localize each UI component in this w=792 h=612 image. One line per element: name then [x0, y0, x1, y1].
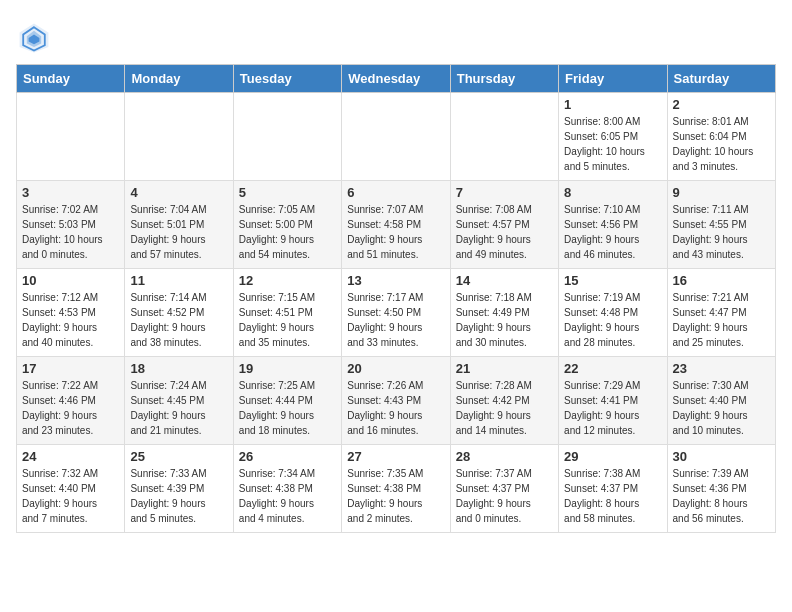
day-number: 24: [22, 449, 119, 464]
calendar-cell: 20Sunrise: 7:26 AM Sunset: 4:43 PM Dayli…: [342, 357, 450, 445]
day-number: 8: [564, 185, 661, 200]
calendar-cell: 14Sunrise: 7:18 AM Sunset: 4:49 PM Dayli…: [450, 269, 558, 357]
day-info: Sunrise: 7:38 AM Sunset: 4:37 PM Dayligh…: [564, 466, 661, 526]
calendar-week-3: 10Sunrise: 7:12 AM Sunset: 4:53 PM Dayli…: [17, 269, 776, 357]
calendar-cell: 10Sunrise: 7:12 AM Sunset: 4:53 PM Dayli…: [17, 269, 125, 357]
calendar-cell: 6Sunrise: 7:07 AM Sunset: 4:58 PM Daylig…: [342, 181, 450, 269]
calendar-week-4: 17Sunrise: 7:22 AM Sunset: 4:46 PM Dayli…: [17, 357, 776, 445]
calendar-cell: [17, 93, 125, 181]
calendar-cell: 7Sunrise: 7:08 AM Sunset: 4:57 PM Daylig…: [450, 181, 558, 269]
day-info: Sunrise: 7:17 AM Sunset: 4:50 PM Dayligh…: [347, 290, 444, 350]
calendar-cell: 16Sunrise: 7:21 AM Sunset: 4:47 PM Dayli…: [667, 269, 775, 357]
day-info: Sunrise: 7:37 AM Sunset: 4:37 PM Dayligh…: [456, 466, 553, 526]
weekday-header-wednesday: Wednesday: [342, 65, 450, 93]
day-number: 19: [239, 361, 336, 376]
calendar-cell: 2Sunrise: 8:01 AM Sunset: 6:04 PM Daylig…: [667, 93, 775, 181]
day-number: 30: [673, 449, 770, 464]
calendar-cell: [450, 93, 558, 181]
day-number: 14: [456, 273, 553, 288]
calendar-cell: [233, 93, 341, 181]
calendar-week-1: 1Sunrise: 8:00 AM Sunset: 6:05 PM Daylig…: [17, 93, 776, 181]
calendar-cell: 13Sunrise: 7:17 AM Sunset: 4:50 PM Dayli…: [342, 269, 450, 357]
calendar-cell: 26Sunrise: 7:34 AM Sunset: 4:38 PM Dayli…: [233, 445, 341, 533]
weekday-header-monday: Monday: [125, 65, 233, 93]
day-number: 22: [564, 361, 661, 376]
day-info: Sunrise: 7:26 AM Sunset: 4:43 PM Dayligh…: [347, 378, 444, 438]
calendar-cell: 5Sunrise: 7:05 AM Sunset: 5:00 PM Daylig…: [233, 181, 341, 269]
day-number: 2: [673, 97, 770, 112]
day-info: Sunrise: 7:25 AM Sunset: 4:44 PM Dayligh…: [239, 378, 336, 438]
day-number: 13: [347, 273, 444, 288]
calendar-cell: 28Sunrise: 7:37 AM Sunset: 4:37 PM Dayli…: [450, 445, 558, 533]
day-number: 6: [347, 185, 444, 200]
calendar-cell: 22Sunrise: 7:29 AM Sunset: 4:41 PM Dayli…: [559, 357, 667, 445]
day-info: Sunrise: 7:11 AM Sunset: 4:55 PM Dayligh…: [673, 202, 770, 262]
day-info: Sunrise: 7:29 AM Sunset: 4:41 PM Dayligh…: [564, 378, 661, 438]
day-info: Sunrise: 7:32 AM Sunset: 4:40 PM Dayligh…: [22, 466, 119, 526]
day-info: Sunrise: 7:19 AM Sunset: 4:48 PM Dayligh…: [564, 290, 661, 350]
day-number: 3: [22, 185, 119, 200]
day-number: 27: [347, 449, 444, 464]
day-info: Sunrise: 7:33 AM Sunset: 4:39 PM Dayligh…: [130, 466, 227, 526]
day-number: 9: [673, 185, 770, 200]
calendar-cell: 25Sunrise: 7:33 AM Sunset: 4:39 PM Dayli…: [125, 445, 233, 533]
day-number: 11: [130, 273, 227, 288]
day-info: Sunrise: 7:22 AM Sunset: 4:46 PM Dayligh…: [22, 378, 119, 438]
page-header: [16, 16, 776, 56]
weekday-header-tuesday: Tuesday: [233, 65, 341, 93]
day-info: Sunrise: 7:08 AM Sunset: 4:57 PM Dayligh…: [456, 202, 553, 262]
calendar-cell: 8Sunrise: 7:10 AM Sunset: 4:56 PM Daylig…: [559, 181, 667, 269]
weekday-header-saturday: Saturday: [667, 65, 775, 93]
weekday-header-sunday: Sunday: [17, 65, 125, 93]
day-info: Sunrise: 7:34 AM Sunset: 4:38 PM Dayligh…: [239, 466, 336, 526]
day-number: 26: [239, 449, 336, 464]
day-number: 4: [130, 185, 227, 200]
calendar-cell: 21Sunrise: 7:28 AM Sunset: 4:42 PM Dayli…: [450, 357, 558, 445]
day-info: Sunrise: 7:30 AM Sunset: 4:40 PM Dayligh…: [673, 378, 770, 438]
calendar-cell: 12Sunrise: 7:15 AM Sunset: 4:51 PM Dayli…: [233, 269, 341, 357]
day-number: 5: [239, 185, 336, 200]
day-info: Sunrise: 7:02 AM Sunset: 5:03 PM Dayligh…: [22, 202, 119, 262]
calendar-cell: 19Sunrise: 7:25 AM Sunset: 4:44 PM Dayli…: [233, 357, 341, 445]
calendar-cell: 11Sunrise: 7:14 AM Sunset: 4:52 PM Dayli…: [125, 269, 233, 357]
calendar-cell: 18Sunrise: 7:24 AM Sunset: 4:45 PM Dayli…: [125, 357, 233, 445]
day-info: Sunrise: 7:18 AM Sunset: 4:49 PM Dayligh…: [456, 290, 553, 350]
day-info: Sunrise: 7:24 AM Sunset: 4:45 PM Dayligh…: [130, 378, 227, 438]
day-info: Sunrise: 7:21 AM Sunset: 4:47 PM Dayligh…: [673, 290, 770, 350]
calendar-cell: 27Sunrise: 7:35 AM Sunset: 4:38 PM Dayli…: [342, 445, 450, 533]
day-number: 28: [456, 449, 553, 464]
day-number: 18: [130, 361, 227, 376]
calendar-cell: 1Sunrise: 8:00 AM Sunset: 6:05 PM Daylig…: [559, 93, 667, 181]
calendar-cell: 17Sunrise: 7:22 AM Sunset: 4:46 PM Dayli…: [17, 357, 125, 445]
day-number: 23: [673, 361, 770, 376]
day-info: Sunrise: 7:04 AM Sunset: 5:01 PM Dayligh…: [130, 202, 227, 262]
calendar-cell: 23Sunrise: 7:30 AM Sunset: 4:40 PM Dayli…: [667, 357, 775, 445]
calendar-cell: 30Sunrise: 7:39 AM Sunset: 4:36 PM Dayli…: [667, 445, 775, 533]
day-info: Sunrise: 7:39 AM Sunset: 4:36 PM Dayligh…: [673, 466, 770, 526]
calendar-cell: 15Sunrise: 7:19 AM Sunset: 4:48 PM Dayli…: [559, 269, 667, 357]
day-number: 21: [456, 361, 553, 376]
calendar-cell: 29Sunrise: 7:38 AM Sunset: 4:37 PM Dayli…: [559, 445, 667, 533]
calendar-week-5: 24Sunrise: 7:32 AM Sunset: 4:40 PM Dayli…: [17, 445, 776, 533]
calendar-cell: 3Sunrise: 7:02 AM Sunset: 5:03 PM Daylig…: [17, 181, 125, 269]
logo-icon: [16, 20, 52, 56]
calendar-table: SundayMondayTuesdayWednesdayThursdayFrid…: [16, 64, 776, 533]
calendar-cell: [125, 93, 233, 181]
calendar-cell: 24Sunrise: 7:32 AM Sunset: 4:40 PM Dayli…: [17, 445, 125, 533]
day-number: 10: [22, 273, 119, 288]
day-info: Sunrise: 7:35 AM Sunset: 4:38 PM Dayligh…: [347, 466, 444, 526]
day-info: Sunrise: 7:15 AM Sunset: 4:51 PM Dayligh…: [239, 290, 336, 350]
weekday-header-friday: Friday: [559, 65, 667, 93]
day-info: Sunrise: 7:07 AM Sunset: 4:58 PM Dayligh…: [347, 202, 444, 262]
day-info: Sunrise: 8:01 AM Sunset: 6:04 PM Dayligh…: [673, 114, 770, 174]
day-info: Sunrise: 7:28 AM Sunset: 4:42 PM Dayligh…: [456, 378, 553, 438]
day-number: 17: [22, 361, 119, 376]
day-number: 1: [564, 97, 661, 112]
day-info: Sunrise: 7:10 AM Sunset: 4:56 PM Dayligh…: [564, 202, 661, 262]
day-number: 15: [564, 273, 661, 288]
calendar-cell: 9Sunrise: 7:11 AM Sunset: 4:55 PM Daylig…: [667, 181, 775, 269]
day-number: 29: [564, 449, 661, 464]
day-number: 12: [239, 273, 336, 288]
day-number: 20: [347, 361, 444, 376]
logo: [16, 20, 56, 56]
